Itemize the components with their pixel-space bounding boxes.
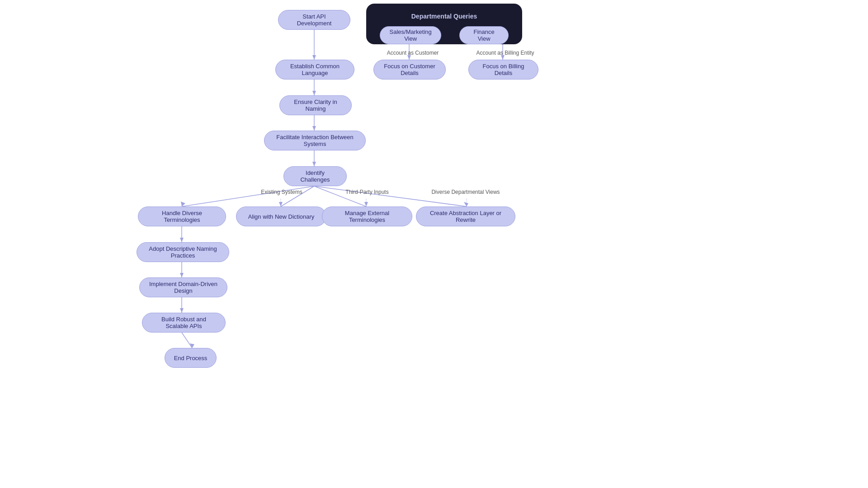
identify-challenges-node[interactable]: Identify Challenges	[283, 166, 347, 186]
handle-diverse-node[interactable]: Handle Diverse Terminologies	[138, 206, 226, 226]
existing-systems-label: Existing Systems	[252, 189, 311, 195]
create-abstraction-node[interactable]: Create Abstraction Layer or Rewrite	[416, 206, 515, 226]
svg-marker-1	[312, 55, 316, 60]
account-billing-label: Account as Billing Entity	[470, 50, 540, 56]
ensure-clarity-node[interactable]: Ensure Clarity in Naming	[279, 95, 352, 115]
svg-marker-15	[464, 202, 468, 206]
diagram-container: Departmental Queries Sales/Marketing Vie…	[0, 0, 868, 488]
svg-marker-9	[181, 202, 185, 206]
focus-customer-node[interactable]: Focus on Customer Details	[373, 60, 446, 80]
svg-marker-3	[312, 91, 316, 95]
finance-view-node[interactable]: Finance View	[459, 26, 509, 44]
svg-marker-21	[180, 308, 184, 313]
align-new-node[interactable]: Align with New Dictionary	[236, 206, 326, 226]
manage-external-node[interactable]: Manage External Terminologies	[322, 206, 412, 226]
focus-billing-node[interactable]: Focus on Billing Details	[468, 60, 538, 80]
panel-title: Departmental Queries	[380, 13, 509, 20]
svg-marker-23	[190, 343, 194, 348]
account-customer-label: Account as Customer	[381, 50, 444, 56]
svg-marker-19	[180, 273, 184, 277]
svg-line-22	[182, 333, 192, 348]
svg-marker-11	[279, 202, 283, 206]
third-party-label: Third-Party Inputs	[340, 189, 394, 195]
start-api-node[interactable]: Start API Development	[278, 10, 350, 30]
departmental-panel: Departmental Queries Sales/Marketing Vie…	[366, 4, 522, 44]
sales-marketing-view-node[interactable]: Sales/Marketing View	[380, 26, 441, 44]
facilitate-node[interactable]: Facilitate Interaction Between Systems	[264, 131, 366, 150]
adopt-descriptive-node[interactable]: Adopt Descriptive Naming Practices	[137, 242, 229, 262]
implement-ddd-node[interactable]: Implement Domain-Driven Design	[139, 277, 227, 297]
svg-marker-13	[364, 202, 368, 206]
build-robust-node[interactable]: Build Robust and Scalable APIs	[142, 313, 226, 333]
establish-common-node[interactable]: Establish Common Language	[275, 60, 354, 80]
diverse-dept-label: Diverse Departmental Views	[425, 189, 506, 195]
svg-marker-5	[312, 126, 316, 131]
svg-marker-17	[180, 238, 184, 242]
svg-marker-7	[312, 162, 316, 166]
end-process-node[interactable]: End Process	[165, 348, 217, 368]
